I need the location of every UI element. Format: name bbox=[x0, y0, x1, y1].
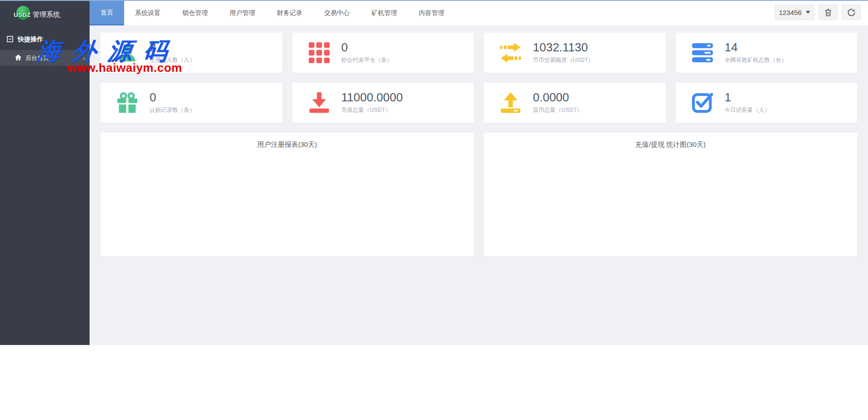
page-bottom-blank bbox=[0, 345, 868, 420]
panel-title: 充值/提现 统计图(30天) bbox=[484, 140, 857, 149]
stat-value: 0.0000 bbox=[533, 91, 582, 103]
stats-row-2: 0 认购记录数（条） 11000.0000 充值总量（USDT） bbox=[100, 83, 857, 123]
chart-panels: 用户注册报表(30天) 充值/提现 统计图(30天) bbox=[100, 133, 857, 256]
header-actions: 123456 bbox=[775, 5, 861, 20]
collapse-square-icon bbox=[7, 36, 13, 44]
stat-label: 注册总人数（人） bbox=[150, 56, 195, 64]
stat-label: 全网有效矿机总数（台） bbox=[725, 56, 788, 64]
stat-value: 3 bbox=[150, 41, 195, 53]
home-icon bbox=[15, 55, 21, 62]
stats-row-1: 3 注册总人数（人） 0 秒合约未平仓（条） bbox=[100, 33, 857, 73]
globe-logo-icon: USDZ bbox=[16, 6, 30, 20]
logout-icon bbox=[847, 8, 856, 17]
nav-item-lockup-mgmt[interactable]: 锁仓管理 bbox=[171, 1, 219, 25]
stat-card-open-contracts: 0 秒合约未平仓（条） bbox=[292, 33, 474, 73]
panel-title: 用户注册报表(30天) bbox=[100, 140, 474, 149]
sidebar: 快捷操作 后台首页 › bbox=[0, 25, 90, 345]
admin-dashboard: USDZ 管理系统 首页 系统设置 锁仓管理 用户管理 财务记录 交易中心 矿机… bbox=[0, 0, 868, 345]
gift-icon bbox=[117, 92, 138, 113]
nav-item-content-mgmt[interactable]: 内容管理 bbox=[408, 1, 455, 25]
stat-card-subscriptions: 0 认购记录数（条） bbox=[100, 83, 282, 123]
stat-label: 币币交易额度（USDT） bbox=[533, 56, 594, 64]
chevron-down-icon bbox=[806, 11, 810, 14]
stat-card-registered-users: 3 注册总人数（人） bbox=[100, 33, 282, 73]
stat-value: 11000.0000 bbox=[341, 91, 403, 103]
nav-item-home[interactable]: 首页 bbox=[90, 1, 124, 25]
check-icon bbox=[692, 92, 713, 113]
stat-label: 认购记录数（条） bbox=[150, 106, 195, 114]
stat-card-total-deposit: 11000.0000 充值总量（USDT） bbox=[292, 83, 474, 123]
stat-value: 0 bbox=[341, 41, 393, 53]
stat-card-coin-trade-volume: 1032.1130 币币交易额度（USDT） bbox=[484, 33, 666, 73]
panel-user-register-report: 用户注册报表(30天) bbox=[100, 133, 474, 256]
stat-label: 充值总量（USDT） bbox=[341, 106, 403, 114]
stat-label: 秒合约未平仓（条） bbox=[341, 56, 393, 64]
server-icon bbox=[692, 42, 713, 63]
stat-card-today-visitors: 1 今日访客量（人） bbox=[676, 83, 858, 123]
top-nav: 首页 系统设置 锁仓管理 用户管理 财务记录 交易中心 矿机管理 内容管理 bbox=[90, 1, 455, 25]
stat-value: 1 bbox=[725, 91, 770, 103]
top-progress-line bbox=[0, 0, 868, 1]
panel-deposit-withdraw-chart: 充值/提现 统计图(30天) bbox=[484, 133, 857, 256]
stat-value: 1032.1130 bbox=[533, 41, 594, 53]
app-title: 管理系统 bbox=[33, 10, 60, 19]
sidebar-item-backend-home[interactable]: 后台首页 › bbox=[0, 50, 90, 66]
stat-label: 今日访客量（人） bbox=[725, 106, 770, 114]
clear-cache-button[interactable] bbox=[818, 5, 838, 20]
grid-icon bbox=[309, 42, 330, 63]
nav-item-system-settings[interactable]: 系统设置 bbox=[124, 1, 171, 25]
stat-card-total-withdraw: 0.0000 提币总量（USDT） bbox=[484, 83, 666, 123]
chevron-right-icon: › bbox=[83, 55, 85, 62]
nav-item-trade-center[interactable]: 交易中心 bbox=[313, 1, 361, 25]
stat-label: 提币总量（USDT） bbox=[533, 106, 582, 114]
nav-item-miner-mgmt[interactable]: 矿机管理 bbox=[361, 1, 408, 25]
stat-value: 0 bbox=[150, 91, 195, 103]
logout-button[interactable] bbox=[842, 5, 861, 20]
stat-value: 14 bbox=[725, 41, 788, 53]
exchange-icon bbox=[500, 42, 521, 63]
header: USDZ 管理系统 首页 系统设置 锁仓管理 用户管理 财务记录 交易中心 矿机… bbox=[0, 0, 868, 25]
stat-card-active-miners: 14 全网有效矿机总数（台） bbox=[676, 33, 858, 73]
upload-icon bbox=[500, 92, 521, 113]
trash-icon bbox=[824, 8, 833, 17]
logo-text: USDZ bbox=[14, 11, 30, 18]
app-logo: USDZ 管理系统 bbox=[0, 0, 90, 25]
nav-item-finance-records[interactable]: 财务记录 bbox=[266, 1, 313, 25]
sidebar-section-label: 快捷操作 bbox=[18, 35, 43, 44]
main-content: 3 注册总人数（人） 0 秒合约未平仓（条） bbox=[90, 25, 868, 345]
sidebar-section-quick-ops[interactable]: 快捷操作 bbox=[0, 25, 90, 50]
nav-item-user-mgmt[interactable]: 用户管理 bbox=[219, 1, 266, 25]
download-icon bbox=[309, 92, 330, 113]
sidebar-item-label: 后台首页 bbox=[25, 54, 49, 62]
user-icon bbox=[117, 42, 138, 63]
user-dropdown-button[interactable]: 123456 bbox=[775, 5, 814, 20]
user-dropdown-label: 123456 bbox=[779, 9, 802, 16]
